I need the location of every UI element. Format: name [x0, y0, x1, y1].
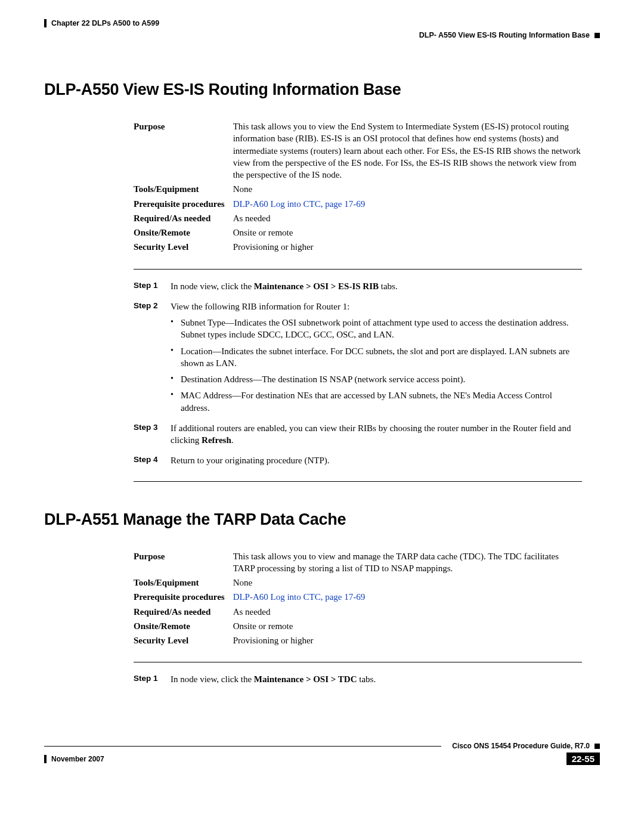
bullet-item: •Location—Indicates the subnet interface…	[171, 345, 582, 370]
divider	[134, 662, 582, 662]
step-bold: Maintenance > OSI > ES-IS RIB	[254, 281, 379, 291]
section-title-a551: DLP-A551 Manage the TARP Data Cache	[44, 510, 600, 529]
onsite-label: Onsite/Remote	[134, 619, 233, 633]
step-text: tabs.	[379, 281, 398, 291]
step-body: In node view, click the Maintenance > OS…	[171, 673, 582, 685]
bullet-item: •Destination Address—The destination IS …	[171, 373, 582, 385]
bullet-icon: •	[171, 389, 174, 414]
step-label: Step 3	[134, 422, 160, 447]
header-square-icon	[595, 33, 600, 38]
running-head-text: DLP- A550 View ES-IS Routing Information…	[419, 31, 590, 39]
bullet-item: •Subnet Type—Indicates the OSI subnetwor…	[171, 317, 582, 341]
prereq-link[interactable]: DLP-A60 Log into CTC, page 17-69	[233, 199, 366, 209]
header-accent-bar	[44, 19, 47, 27]
section-title-a550: DLP-A550 View ES-IS Routing Information …	[44, 80, 600, 99]
step-row: Step 1 In node view, click the Maintenan…	[134, 673, 582, 685]
step-body: In node view, click the Maintenance > OS…	[171, 280, 582, 292]
required-value: As needed	[233, 605, 582, 619]
tools-value: None	[233, 575, 582, 590]
guide-title: Cisco ONS 15454 Procedure Guide, R7.0	[452, 742, 590, 750]
step-text: tabs.	[357, 674, 376, 684]
prereq-label: Prerequisite procedures	[134, 590, 233, 604]
purpose-label: Purpose	[134, 119, 233, 182]
chapter-header: Chapter 22 DLPs A500 to A599	[44, 19, 159, 27]
tools-label: Tools/Equipment	[134, 575, 233, 590]
step-text: .	[231, 435, 234, 445]
chapter-label: Chapter 22 DLPs A500 to A599	[51, 19, 159, 27]
tools-value: None	[233, 182, 582, 196]
required-label: Required/As needed	[134, 211, 233, 225]
required-label: Required/As needed	[134, 605, 233, 619]
security-value: Provisioning or higher	[233, 633, 582, 648]
bullet-text: Location—Indicates the subnet interface.…	[181, 345, 582, 370]
footer-square-icon	[595, 744, 600, 749]
security-label: Security Level	[134, 240, 233, 254]
onsite-value: Onsite or remote	[233, 225, 582, 240]
prereq-label: Prerequisite procedures	[134, 197, 233, 211]
step-bold: Maintenance > OSI > TDC	[254, 674, 357, 684]
step-text: In node view, click the	[171, 674, 254, 684]
step-label: Step 2	[134, 301, 160, 414]
info-table-a550: Purpose This task allows you to view the…	[134, 119, 582, 255]
onsite-value: Onsite or remote	[233, 619, 582, 633]
step-row: Step 4 Return to your originating proced…	[134, 454, 582, 466]
step-text: In node view, click the	[171, 281, 254, 291]
divider	[134, 269, 582, 270]
page-number: 22-55	[566, 753, 600, 765]
step-label: Step 1	[134, 673, 160, 685]
running-head: DLP- A550 View ES-IS Routing Information…	[419, 31, 600, 39]
bullet-text: MAC Address—For destination NEs that are…	[181, 389, 582, 414]
footer-accent-bar	[44, 755, 47, 763]
bullet-text: Subnet Type—Indicates the OSI subnetwork…	[181, 317, 582, 341]
tools-label: Tools/Equipment	[134, 182, 233, 196]
step-body: View the following RIB information for R…	[171, 301, 582, 414]
step-label: Step 1	[134, 280, 160, 292]
bullet-text: Destination Address—The destination IS N…	[181, 373, 465, 385]
page-footer: Cisco ONS 15454 Procedure Guide, R7.0 No…	[44, 742, 600, 765]
divider	[134, 481, 582, 482]
step-bold: Refresh	[202, 435, 231, 445]
purpose-label: Purpose	[134, 549, 233, 576]
step-row: Step 2 View the following RIB informatio…	[134, 301, 582, 414]
footer-date: November 2007	[51, 755, 104, 763]
step-body: Return to your originating procedure (NT…	[171, 454, 582, 466]
purpose-value: This task allows you to view the End Sys…	[233, 119, 582, 182]
info-table-a551: Purpose This task allows you to view and…	[134, 549, 582, 648]
step-body: If additional routers are enabled, you c…	[171, 422, 582, 447]
footer-rule	[44, 746, 441, 747]
step-label: Step 4	[134, 454, 160, 466]
security-label: Security Level	[134, 633, 233, 648]
step-row: Step 3 If additional routers are enabled…	[134, 422, 582, 447]
onsite-label: Onsite/Remote	[134, 225, 233, 240]
bullet-icon: •	[171, 345, 174, 370]
step-text: View the following RIB information for R…	[171, 302, 349, 311]
security-value: Provisioning or higher	[233, 240, 582, 254]
bullet-icon: •	[171, 373, 174, 385]
bullet-item: •MAC Address—For destination NEs that ar…	[171, 389, 582, 414]
prereq-link[interactable]: DLP-A60 Log into CTC, page 17-69	[233, 592, 366, 602]
purpose-value: This task allows you to view and manage …	[233, 549, 582, 576]
step-row: Step 1 In node view, click the Maintenan…	[134, 280, 582, 292]
bullet-icon: •	[171, 317, 174, 341]
required-value: As needed	[233, 211, 582, 225]
